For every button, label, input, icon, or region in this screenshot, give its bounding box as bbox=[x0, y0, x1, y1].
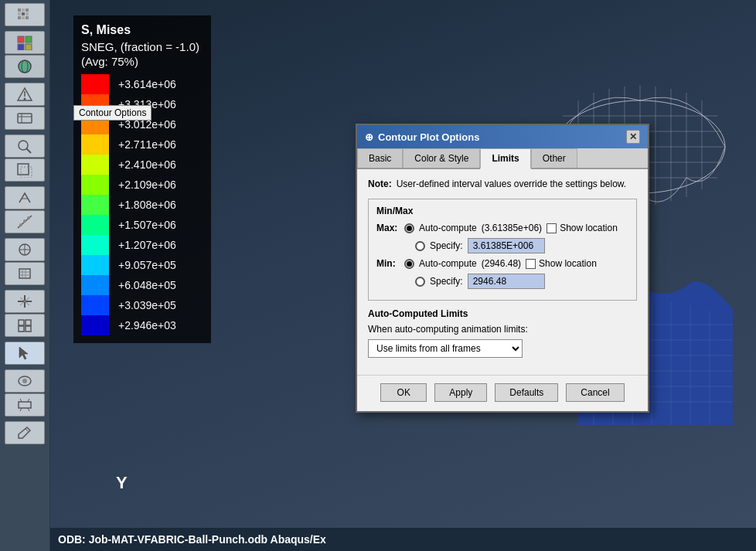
min-specify-label: Specify: bbox=[430, 276, 463, 287]
dialog-content: Note: User-defined interval values overr… bbox=[357, 169, 648, 375]
tab-basic[interactable]: Basic bbox=[357, 148, 403, 168]
min-specify-radio[interactable] bbox=[415, 277, 425, 287]
animation-label: When auto-computing animation limits: bbox=[368, 324, 528, 335]
min-show-location-box[interactable] bbox=[526, 259, 536, 269]
max-show-location-label: Show location bbox=[560, 223, 618, 233]
max-show-location-box[interactable] bbox=[547, 223, 557, 233]
defaults-button[interactable]: Defaults bbox=[495, 383, 558, 402]
min-label: Min: bbox=[376, 258, 400, 269]
max-label: Max: bbox=[376, 223, 400, 233]
min-auto-radio[interactable] bbox=[404, 259, 414, 269]
max-auto-label: Auto-compute bbox=[419, 223, 477, 233]
dialog-close-button[interactable]: ✕ bbox=[626, 130, 640, 144]
max-show-location-checkbox[interactable]: Show location bbox=[547, 223, 618, 233]
note-text: User-defined interval values override th… bbox=[397, 179, 627, 189]
dialog-tabs: Basic Color & Style Limits Other bbox=[357, 148, 648, 169]
dialog-titlebar: ⊕ Contour Plot Options ✕ bbox=[357, 125, 648, 148]
min-row: Min: Auto-compute (2946.48) Show locatio… bbox=[376, 258, 628, 269]
animation-select[interactable]: Use limits from all frames Use limits fr… bbox=[368, 339, 523, 358]
cancel-button[interactable]: Cancel bbox=[566, 383, 624, 402]
note-section: Note: User-defined interval values overr… bbox=[368, 179, 637, 189]
dialog-contour-plot-options: ⊕ Contour Plot Options ✕ Basic Color & S… bbox=[356, 124, 649, 413]
max-auto-value: (3.61385e+06) bbox=[482, 223, 542, 233]
minmax-section: Min/Max Max: Auto-compute (3.61385e+06) … bbox=[368, 199, 637, 301]
min-auto-value: (2946.48) bbox=[482, 258, 521, 269]
note-label: Note: bbox=[368, 179, 392, 189]
tab-other[interactable]: Other bbox=[531, 148, 577, 168]
max-auto-radio[interactable] bbox=[404, 223, 414, 233]
minmax-title: Min/Max bbox=[376, 206, 628, 216]
min-auto-label: Auto-compute bbox=[419, 258, 477, 269]
min-specify-row: Specify: bbox=[376, 274, 628, 289]
auto-limits-title: Auto-Computed Limits bbox=[368, 308, 637, 319]
max-specify-radio[interactable] bbox=[415, 241, 425, 251]
apply-button[interactable]: Apply bbox=[434, 383, 487, 402]
dialog-footer: OK Apply Defaults Cancel bbox=[357, 375, 648, 411]
max-specify-row: Specify: bbox=[376, 238, 628, 253]
max-specify-input[interactable] bbox=[468, 238, 545, 253]
dialog-title: Contour Plot Options bbox=[378, 131, 479, 143]
tab-limits[interactable]: Limits bbox=[480, 148, 530, 169]
dialog-titlebar-left: ⊕ Contour Plot Options bbox=[365, 131, 479, 143]
animation-select-wrapper: Use limits from all frames Use limits fr… bbox=[368, 339, 637, 358]
dialog-overlay: ⊕ Contour Plot Options ✕ Basic Color & S… bbox=[0, 0, 756, 551]
max-row: Max: Auto-compute (3.61385e+06) Show loc… bbox=[376, 223, 628, 233]
min-show-location-checkbox[interactable]: Show location bbox=[526, 258, 597, 269]
tab-color-style[interactable]: Color & Style bbox=[403, 148, 480, 168]
ok-button[interactable]: OK bbox=[380, 383, 427, 402]
min-specify-input[interactable] bbox=[468, 274, 545, 289]
max-specify-label: Specify: bbox=[430, 240, 463, 251]
dialog-icon: ⊕ bbox=[365, 131, 373, 143]
animation-limits-row: When auto-computing animation limits: bbox=[368, 324, 637, 335]
auto-limits-section: Auto-Computed Limits When auto-computing… bbox=[368, 308, 637, 358]
min-show-location-label: Show location bbox=[539, 258, 597, 269]
